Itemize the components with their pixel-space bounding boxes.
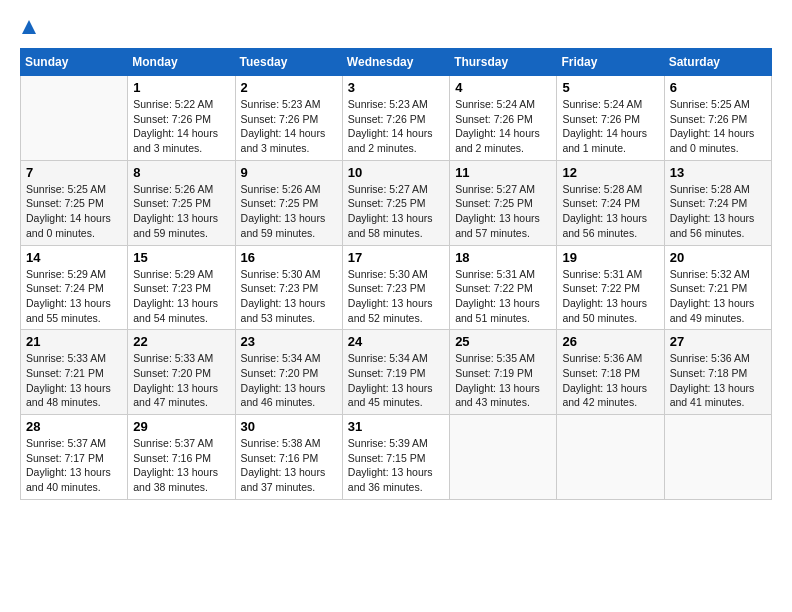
calendar-cell bbox=[450, 415, 557, 500]
day-number: 5 bbox=[562, 80, 658, 95]
day-info: Sunrise: 5:35 AM Sunset: 7:19 PM Dayligh… bbox=[455, 351, 551, 410]
calendar-cell: 27Sunrise: 5:36 AM Sunset: 7:18 PM Dayli… bbox=[664, 330, 771, 415]
calendar-cell: 15Sunrise: 5:29 AM Sunset: 7:23 PM Dayli… bbox=[128, 245, 235, 330]
page-header bbox=[20, 20, 772, 38]
day-info: Sunrise: 5:27 AM Sunset: 7:25 PM Dayligh… bbox=[455, 182, 551, 241]
calendar-cell: 11Sunrise: 5:27 AM Sunset: 7:25 PM Dayli… bbox=[450, 160, 557, 245]
day-number: 3 bbox=[348, 80, 444, 95]
day-number: 18 bbox=[455, 250, 551, 265]
day-number: 28 bbox=[26, 419, 122, 434]
calendar-cell: 5Sunrise: 5:24 AM Sunset: 7:26 PM Daylig… bbox=[557, 76, 664, 161]
day-number: 31 bbox=[348, 419, 444, 434]
calendar-cell: 7Sunrise: 5:25 AM Sunset: 7:25 PM Daylig… bbox=[21, 160, 128, 245]
calendar-cell: 16Sunrise: 5:30 AM Sunset: 7:23 PM Dayli… bbox=[235, 245, 342, 330]
day-info: Sunrise: 5:37 AM Sunset: 7:17 PM Dayligh… bbox=[26, 436, 122, 495]
day-info: Sunrise: 5:25 AM Sunset: 7:25 PM Dayligh… bbox=[26, 182, 122, 241]
day-info: Sunrise: 5:24 AM Sunset: 7:26 PM Dayligh… bbox=[562, 97, 658, 156]
calendar-cell: 13Sunrise: 5:28 AM Sunset: 7:24 PM Dayli… bbox=[664, 160, 771, 245]
day-number: 21 bbox=[26, 334, 122, 349]
calendar-cell: 1Sunrise: 5:22 AM Sunset: 7:26 PM Daylig… bbox=[128, 76, 235, 161]
column-header-thursday: Thursday bbox=[450, 49, 557, 76]
day-info: Sunrise: 5:36 AM Sunset: 7:18 PM Dayligh… bbox=[562, 351, 658, 410]
day-info: Sunrise: 5:26 AM Sunset: 7:25 PM Dayligh… bbox=[241, 182, 337, 241]
day-number: 22 bbox=[133, 334, 229, 349]
day-number: 24 bbox=[348, 334, 444, 349]
day-info: Sunrise: 5:32 AM Sunset: 7:21 PM Dayligh… bbox=[670, 267, 766, 326]
calendar-cell: 22Sunrise: 5:33 AM Sunset: 7:20 PM Dayli… bbox=[128, 330, 235, 415]
logo bbox=[20, 20, 36, 38]
calendar-cell: 18Sunrise: 5:31 AM Sunset: 7:22 PM Dayli… bbox=[450, 245, 557, 330]
calendar-cell: 8Sunrise: 5:26 AM Sunset: 7:25 PM Daylig… bbox=[128, 160, 235, 245]
day-info: Sunrise: 5:22 AM Sunset: 7:26 PM Dayligh… bbox=[133, 97, 229, 156]
calendar-cell: 6Sunrise: 5:25 AM Sunset: 7:26 PM Daylig… bbox=[664, 76, 771, 161]
day-number: 19 bbox=[562, 250, 658, 265]
day-number: 13 bbox=[670, 165, 766, 180]
calendar-cell: 26Sunrise: 5:36 AM Sunset: 7:18 PM Dayli… bbox=[557, 330, 664, 415]
day-number: 2 bbox=[241, 80, 337, 95]
day-number: 25 bbox=[455, 334, 551, 349]
column-header-friday: Friday bbox=[557, 49, 664, 76]
day-info: Sunrise: 5:37 AM Sunset: 7:16 PM Dayligh… bbox=[133, 436, 229, 495]
day-number: 6 bbox=[670, 80, 766, 95]
day-number: 30 bbox=[241, 419, 337, 434]
calendar-cell bbox=[664, 415, 771, 500]
day-info: Sunrise: 5:36 AM Sunset: 7:18 PM Dayligh… bbox=[670, 351, 766, 410]
day-info: Sunrise: 5:27 AM Sunset: 7:25 PM Dayligh… bbox=[348, 182, 444, 241]
calendar-cell: 24Sunrise: 5:34 AM Sunset: 7:19 PM Dayli… bbox=[342, 330, 449, 415]
day-number: 17 bbox=[348, 250, 444, 265]
column-header-saturday: Saturday bbox=[664, 49, 771, 76]
day-info: Sunrise: 5:28 AM Sunset: 7:24 PM Dayligh… bbox=[670, 182, 766, 241]
day-info: Sunrise: 5:38 AM Sunset: 7:16 PM Dayligh… bbox=[241, 436, 337, 495]
day-info: Sunrise: 5:23 AM Sunset: 7:26 PM Dayligh… bbox=[348, 97, 444, 156]
calendar-cell: 3Sunrise: 5:23 AM Sunset: 7:26 PM Daylig… bbox=[342, 76, 449, 161]
day-info: Sunrise: 5:30 AM Sunset: 7:23 PM Dayligh… bbox=[241, 267, 337, 326]
day-info: Sunrise: 5:23 AM Sunset: 7:26 PM Dayligh… bbox=[241, 97, 337, 156]
day-number: 11 bbox=[455, 165, 551, 180]
day-info: Sunrise: 5:25 AM Sunset: 7:26 PM Dayligh… bbox=[670, 97, 766, 156]
day-number: 26 bbox=[562, 334, 658, 349]
day-info: Sunrise: 5:31 AM Sunset: 7:22 PM Dayligh… bbox=[455, 267, 551, 326]
day-number: 14 bbox=[26, 250, 122, 265]
day-info: Sunrise: 5:34 AM Sunset: 7:19 PM Dayligh… bbox=[348, 351, 444, 410]
day-number: 1 bbox=[133, 80, 229, 95]
day-info: Sunrise: 5:29 AM Sunset: 7:24 PM Dayligh… bbox=[26, 267, 122, 326]
day-info: Sunrise: 5:34 AM Sunset: 7:20 PM Dayligh… bbox=[241, 351, 337, 410]
calendar-cell: 21Sunrise: 5:33 AM Sunset: 7:21 PM Dayli… bbox=[21, 330, 128, 415]
svg-marker-0 bbox=[22, 20, 36, 34]
day-info: Sunrise: 5:39 AM Sunset: 7:15 PM Dayligh… bbox=[348, 436, 444, 495]
calendar-cell: 20Sunrise: 5:32 AM Sunset: 7:21 PM Dayli… bbox=[664, 245, 771, 330]
calendar-cell: 19Sunrise: 5:31 AM Sunset: 7:22 PM Dayli… bbox=[557, 245, 664, 330]
day-number: 15 bbox=[133, 250, 229, 265]
column-header-wednesday: Wednesday bbox=[342, 49, 449, 76]
calendar-cell: 29Sunrise: 5:37 AM Sunset: 7:16 PM Dayli… bbox=[128, 415, 235, 500]
day-number: 10 bbox=[348, 165, 444, 180]
day-info: Sunrise: 5:28 AM Sunset: 7:24 PM Dayligh… bbox=[562, 182, 658, 241]
calendar-cell: 10Sunrise: 5:27 AM Sunset: 7:25 PM Dayli… bbox=[342, 160, 449, 245]
day-number: 20 bbox=[670, 250, 766, 265]
calendar-cell: 9Sunrise: 5:26 AM Sunset: 7:25 PM Daylig… bbox=[235, 160, 342, 245]
calendar-cell: 23Sunrise: 5:34 AM Sunset: 7:20 PM Dayli… bbox=[235, 330, 342, 415]
day-number: 29 bbox=[133, 419, 229, 434]
column-header-monday: Monday bbox=[128, 49, 235, 76]
day-info: Sunrise: 5:30 AM Sunset: 7:23 PM Dayligh… bbox=[348, 267, 444, 326]
day-number: 16 bbox=[241, 250, 337, 265]
calendar-cell: 17Sunrise: 5:30 AM Sunset: 7:23 PM Dayli… bbox=[342, 245, 449, 330]
calendar-table: SundayMondayTuesdayWednesdayThursdayFrid… bbox=[20, 48, 772, 500]
column-header-sunday: Sunday bbox=[21, 49, 128, 76]
day-info: Sunrise: 5:29 AM Sunset: 7:23 PM Dayligh… bbox=[133, 267, 229, 326]
day-number: 9 bbox=[241, 165, 337, 180]
calendar-cell: 28Sunrise: 5:37 AM Sunset: 7:17 PM Dayli… bbox=[21, 415, 128, 500]
calendar-cell: 31Sunrise: 5:39 AM Sunset: 7:15 PM Dayli… bbox=[342, 415, 449, 500]
calendar-cell: 25Sunrise: 5:35 AM Sunset: 7:19 PM Dayli… bbox=[450, 330, 557, 415]
day-number: 4 bbox=[455, 80, 551, 95]
day-number: 7 bbox=[26, 165, 122, 180]
calendar-cell: 2Sunrise: 5:23 AM Sunset: 7:26 PM Daylig… bbox=[235, 76, 342, 161]
logo-icon bbox=[22, 20, 36, 38]
day-number: 27 bbox=[670, 334, 766, 349]
day-info: Sunrise: 5:26 AM Sunset: 7:25 PM Dayligh… bbox=[133, 182, 229, 241]
calendar-cell bbox=[557, 415, 664, 500]
calendar-cell: 30Sunrise: 5:38 AM Sunset: 7:16 PM Dayli… bbox=[235, 415, 342, 500]
calendar-cell bbox=[21, 76, 128, 161]
day-number: 12 bbox=[562, 165, 658, 180]
calendar-cell: 14Sunrise: 5:29 AM Sunset: 7:24 PM Dayli… bbox=[21, 245, 128, 330]
